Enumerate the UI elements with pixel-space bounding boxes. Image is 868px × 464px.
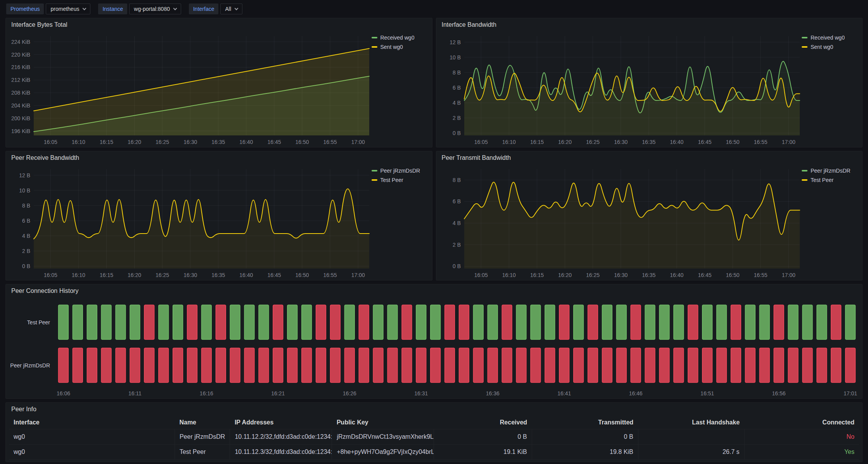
column-header-interface[interactable]: Interface xyxy=(9,416,175,429)
tick-label: 12 B xyxy=(19,172,30,178)
column-header-public-key[interactable]: Public Key xyxy=(332,416,434,429)
panel-header: Peer Connection History xyxy=(6,284,862,298)
tick-label: 17:00 xyxy=(351,139,365,145)
status-bar-down xyxy=(731,348,741,383)
legend-item-test-peer[interactable]: Test Peer xyxy=(802,177,860,183)
panel-title: Peer Connection History xyxy=(11,287,78,294)
tick-label: 16:25 xyxy=(156,139,169,145)
tick-label: 17:01 xyxy=(844,390,857,396)
status-bar-up xyxy=(302,305,312,339)
status-bar-down xyxy=(244,348,254,383)
peer-receive-bandwidth-chart[interactable]: 16:0516:1016:1516:2016:2516:3016:3516:40… xyxy=(8,164,372,279)
panel-peer-transmit-bandwidth: Peer Transmit Bandwidth 16:0516:1016:151… xyxy=(436,151,863,280)
tick-label: 16:35 xyxy=(211,139,225,145)
column-header-name[interactable]: Name xyxy=(175,416,230,429)
status-bar-down xyxy=(588,348,598,383)
legend-item-received-wg0[interactable]: Received wg0 xyxy=(802,35,860,41)
status-bar-up xyxy=(846,305,856,339)
tick-label: 16:55 xyxy=(754,139,767,145)
legend-series-swatch xyxy=(372,46,377,48)
column-header-last-handshake[interactable]: Last Handshake xyxy=(638,416,744,429)
legend-item-sent-wg0[interactable]: Sent wg0 xyxy=(372,44,430,50)
legend: Received wg0Sent wg0 xyxy=(372,31,430,146)
status-bar-down xyxy=(344,348,354,383)
tick-label: 16:05 xyxy=(474,272,488,278)
panel-title: Peer Info xyxy=(11,406,36,413)
panel-peer-info: Peer Info InterfaceNameIP AddressesPubli… xyxy=(5,402,863,462)
cell-interface: wg0 xyxy=(9,445,175,460)
peer-receive-bandwidth-svg: 16:0516:1016:1516:2016:2516:3016:3516:40… xyxy=(8,164,372,279)
legend: Peer jRzmDsDRTest Peer xyxy=(372,164,430,279)
tick-label: 16:05 xyxy=(44,272,57,278)
peer-info-table-wrap: InterfaceNameIP AddressesPublic KeyRecei… xyxy=(6,416,862,462)
legend-item-peer-jrzmdsdr[interactable]: Peer jRzmDsDR xyxy=(802,168,860,174)
column-header-received[interactable]: Received xyxy=(434,416,532,429)
panel-title: Interface Bandwidth xyxy=(442,21,496,28)
cell-ip-addresses: 10.11.12.3/32,fdfd:d3ad:c0de:1234::2/128 xyxy=(230,445,332,460)
cell-name: Test Peer xyxy=(175,445,230,460)
tick-label: 6 B xyxy=(22,218,30,224)
tick-label: 12 B xyxy=(450,39,461,45)
legend-series-swatch xyxy=(372,170,377,171)
tick-label: 16:30 xyxy=(183,272,197,278)
status-bar-up xyxy=(431,305,441,339)
tick-label: 10 B xyxy=(19,187,30,194)
peer-transmit-bandwidth-svg: 16:0516:1016:1516:2016:2516:3016:3516:40… xyxy=(439,164,802,279)
status-bar-up xyxy=(59,305,69,339)
var-interface-select[interactable]: All xyxy=(220,3,242,14)
tick-label: 16:35 xyxy=(642,139,655,145)
tick-label: 0 B xyxy=(22,263,30,269)
tick-label: 16:21 xyxy=(271,390,285,396)
tick-label: 16:20 xyxy=(558,139,571,145)
legend-item-received-wg0[interactable]: Received wg0 xyxy=(372,35,430,41)
var-instance-select[interactable]: wg-portal:8080 xyxy=(129,3,181,14)
tick-label: 17:00 xyxy=(782,139,795,145)
var-prometheus-select[interactable]: prometheus xyxy=(46,3,90,14)
status-bar-up xyxy=(717,305,727,339)
interface-bandwidth-chart[interactable]: 16:0516:1016:1516:2016:2516:3016:3516:40… xyxy=(439,31,802,146)
legend-series-swatch xyxy=(802,37,807,38)
column-header-connected[interactable]: Connected xyxy=(744,416,859,429)
peer-connection-history-chart[interactable]: Test PeerPeer jRzmDsDR16:0616:1116:1616:… xyxy=(6,298,862,398)
peer-info-table: InterfaceNameIP AddressesPublic KeyRecei… xyxy=(9,416,859,460)
var-prometheus-label: Prometheus xyxy=(6,3,44,14)
legend-item-test-peer[interactable]: Test Peer xyxy=(372,177,430,183)
status-bar-down xyxy=(502,348,512,383)
tick-label: 17:00 xyxy=(782,272,795,278)
peer-transmit-bandwidth-chart[interactable]: 16:0516:1016:1516:2016:2516:3016:3516:40… xyxy=(439,164,802,279)
status-bar-down xyxy=(216,348,226,383)
status-bar-down xyxy=(531,348,541,383)
cell-transmitted: 19.8 KiB xyxy=(532,445,638,460)
status-bar-down xyxy=(459,305,469,339)
legend-item-sent-wg0[interactable]: Sent wg0 xyxy=(802,44,860,50)
column-header-transmitted[interactable]: Transmitted xyxy=(532,416,638,429)
tick-label: 16:05 xyxy=(44,139,57,145)
tick-label: 16:16 xyxy=(200,390,213,396)
status-bar-down xyxy=(187,348,197,383)
tick-label: 16:20 xyxy=(558,272,571,278)
tick-label: 200 KiB xyxy=(11,115,30,121)
cell-ip-addresses: 10.11.12.2/32,fdfd:d3ad:c0de:1234::1/128 xyxy=(230,429,332,445)
tick-label: 16:20 xyxy=(128,139,141,145)
cell-received: 0 B xyxy=(434,429,532,445)
status-bar-down xyxy=(831,348,841,383)
status-bar-down xyxy=(59,348,69,383)
var-interface-value: All xyxy=(225,6,231,12)
tick-label: 16:05 xyxy=(474,139,488,145)
panel-interface-bytes-total: Interface Bytes Total 16:0516:1016:1516:… xyxy=(5,18,432,147)
status-bar-down xyxy=(159,348,169,383)
legend-item-peer-jrzmdsdr[interactable]: Peer jRzmDsDR xyxy=(372,168,430,174)
column-header-ip-addresses[interactable]: IP Addresses xyxy=(230,416,332,429)
status-bar-down xyxy=(674,348,684,383)
status-bar-down xyxy=(259,348,269,383)
status-bar-down xyxy=(616,348,626,383)
status-bar-down xyxy=(802,348,813,383)
panel-header: Interface Bandwidth xyxy=(436,18,863,31)
status-bar-up xyxy=(101,305,111,339)
interface-bytes-total-chart[interactable]: 16:0516:1016:1516:2016:2516:3016:3516:40… xyxy=(8,31,372,146)
status-bar-up xyxy=(73,305,83,339)
tick-label: 16:26 xyxy=(343,390,356,396)
tick-label: 16:30 xyxy=(614,139,628,145)
tick-label: 16:55 xyxy=(323,139,337,145)
status-bar-up xyxy=(531,305,541,339)
